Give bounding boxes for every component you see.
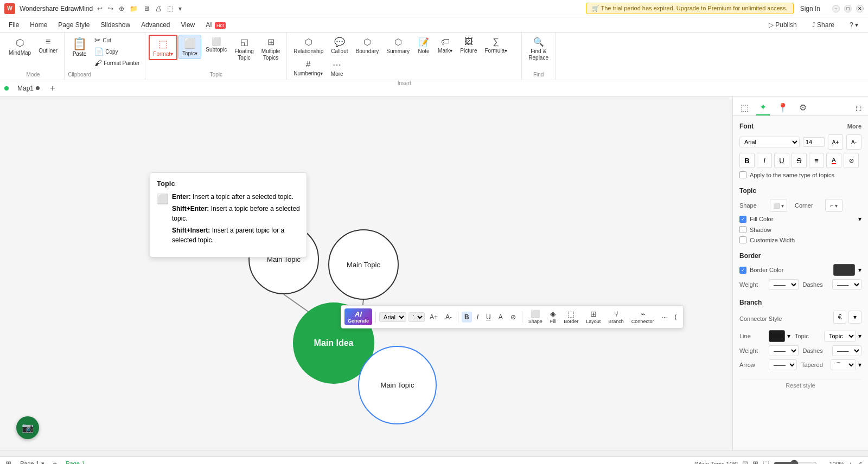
- copy-btn[interactable]: 📄 Copy: [92, 46, 142, 57]
- trial-banner[interactable]: 🛒 The trial period has expired. Upgrade …: [586, 3, 794, 14]
- layout-btn-toolbar[interactable]: ⊞ Layout: [583, 308, 603, 326]
- shape-select-btn[interactable]: ⬜ ▾: [770, 199, 787, 212]
- subtopic-btn[interactable]: ⬜ Subtopic: [202, 35, 230, 55]
- reset-style-btn[interactable]: Reset style: [739, 379, 861, 391]
- menu-slideshow[interactable]: Slideshow: [96, 20, 135, 30]
- italic-btn-toolbar[interactable]: I: [474, 312, 481, 323]
- menu-home[interactable]: Home: [25, 20, 52, 30]
- font-increase-btn[interactable]: A+: [828, 134, 843, 150]
- add-tab-btn[interactable]: +: [47, 83, 58, 94]
- close-button[interactable]: ✕: [856, 5, 864, 12]
- underline-btn-toolbar[interactable]: U: [483, 312, 494, 323]
- menu-advanced[interactable]: Advanced: [137, 20, 174, 30]
- font-more-btn[interactable]: More: [847, 123, 861, 130]
- font-color-btn-toolbar[interactable]: A: [496, 312, 506, 323]
- format-painter-btn[interactable]: 🖌 Format Painter: [92, 57, 142, 68]
- undo-icon[interactable]: ↩: [97, 5, 103, 12]
- formula-btn[interactable]: ∑ Formula▾: [481, 35, 510, 56]
- branch-topic-expand[interactable]: ▾: [858, 332, 861, 340]
- underline-btn[interactable]: U: [774, 153, 789, 168]
- relationship-btn[interactable]: ⬡ Relationship: [290, 35, 327, 56]
- find-replace-btn[interactable]: 🔍 Find &Replace: [525, 35, 552, 63]
- bold-btn[interactable]: B: [739, 153, 755, 168]
- rp-tab-location[interactable]: 📍: [774, 100, 792, 115]
- branch-btn-toolbar[interactable]: ⑂ Branch: [605, 308, 627, 326]
- font-size-input[interactable]: [803, 137, 825, 147]
- menu-file[interactable]: File: [4, 20, 23, 30]
- save-icon[interactable]: ⬚: [167, 5, 173, 12]
- redo-icon[interactable]: ↪: [108, 5, 113, 12]
- add-page-btn[interactable]: +: [53, 460, 58, 464]
- share-btn[interactable]: ⤴ Share: [807, 20, 840, 30]
- conn-style-curved[interactable]: €: [833, 311, 846, 324]
- mindmap-btn[interactable]: ⬡ MindMap: [5, 35, 34, 58]
- view-icon-1[interactable]: ⊡: [742, 460, 748, 464]
- font-highlight-rp-btn[interactable]: ⊘: [844, 153, 859, 168]
- zoom-slider[interactable]: [774, 460, 817, 465]
- open-icon[interactable]: 📁: [130, 5, 138, 12]
- rp-tab-settings[interactable]: ⚙: [796, 100, 810, 115]
- font-decrease-btn[interactable]: A-: [846, 134, 861, 150]
- increase-font-btn[interactable]: A+: [427, 312, 441, 323]
- page-tab-selector[interactable]: Page-1 ▾: [15, 459, 50, 464]
- apply-same-checkbox[interactable]: [739, 171, 746, 178]
- branch-weight-select[interactable]: ——: [769, 345, 799, 356]
- cut-btn[interactable]: ✂ Cut: [92, 35, 142, 46]
- connector-btn-toolbar[interactable]: ⌁ Connector: [629, 308, 657, 326]
- menu-ai[interactable]: AI Hot: [201, 20, 230, 30]
- shape-btn-toolbar[interactable]: ⬜ Shape: [526, 308, 545, 326]
- font-color-rp-btn[interactable]: A: [826, 153, 841, 168]
- border-btn-toolbar[interactable]: ⬚ Border: [561, 308, 581, 326]
- maximize-button[interactable]: □: [844, 5, 852, 12]
- ai-generate-btn[interactable]: AI Generate: [344, 308, 372, 325]
- more-toolbar-btn[interactable]: ···: [659, 312, 669, 323]
- branch-tapered-expand[interactable]: ▾: [858, 361, 861, 369]
- branch-dashes-select[interactable]: ——: [832, 345, 862, 356]
- italic-btn[interactable]: I: [757, 153, 772, 168]
- fill-color-expand[interactable]: ▾: [858, 215, 861, 223]
- canvas[interactable]: Main Idea Main Topic Main Topic Main Top…: [0, 96, 732, 450]
- topic-node-3[interactable]: Main Topic: [358, 346, 437, 424]
- branch-tapered-select[interactable]: ⌒: [831, 359, 856, 370]
- branch-line-color[interactable]: [769, 330, 785, 342]
- active-page-tab[interactable]: Page-1: [60, 459, 90, 465]
- branch-line-expand[interactable]: ▾: [787, 332, 790, 340]
- border-color-expand[interactable]: ▾: [858, 266, 861, 274]
- rp-tab-style[interactable]: ✦: [756, 100, 770, 115]
- multiple-topics-btn[interactable]: ⊞ MultipleTopics: [258, 35, 283, 63]
- sign-in-btn[interactable]: Sign In: [800, 5, 820, 12]
- strikethrough-btn[interactable]: S: [792, 153, 807, 168]
- collapse-toolbar-btn[interactable]: ⟨: [672, 312, 680, 323]
- branch-arrow-select[interactable]: ——: [769, 359, 797, 370]
- floating-topic-btn[interactable]: ◱ FloatingTopic: [231, 35, 257, 63]
- format-btn[interactable]: ⬚ Format▾: [149, 35, 177, 60]
- branch-topic-select[interactable]: Topic: [824, 331, 856, 341]
- print-icon[interactable]: 🖨: [155, 5, 162, 12]
- shadow-checkbox[interactable]: [739, 226, 746, 233]
- outliner-btn[interactable]: ≡ Outliner: [35, 35, 61, 56]
- tab-map1[interactable]: Map1: [12, 82, 45, 94]
- font-size-select[interactable]: 14: [409, 312, 425, 322]
- font-family-dropdown[interactable]: Arial: [739, 137, 800, 147]
- corner-select-btn[interactable]: ⌐ ▾: [825, 199, 843, 212]
- callout-btn[interactable]: 💬 Callout: [328, 35, 351, 56]
- help-btn[interactable]: ? ▾: [844, 20, 864, 30]
- bold-btn-toolbar[interactable]: B: [462, 312, 472, 323]
- numbering-btn[interactable]: # Numbering▾: [290, 57, 326, 79]
- highlight-btn-toolbar[interactable]: ⊘: [508, 312, 519, 323]
- topic-node-2[interactable]: Main Topic: [328, 229, 399, 300]
- panel-toggle-icon[interactable]: ⊞: [5, 460, 11, 464]
- view-icon-2[interactable]: ⊞: [752, 460, 758, 464]
- border-color-checkbox[interactable]: ✓: [739, 267, 746, 274]
- conn-style-expand[interactable]: ▾: [848, 311, 861, 324]
- picture-btn[interactable]: 🖼 Picture: [457, 35, 480, 56]
- more-insert-btn[interactable]: ⋯ More: [327, 57, 347, 79]
- minimize-button[interactable]: −: [832, 5, 840, 12]
- boundary-btn[interactable]: ⬡ Boundary: [352, 35, 382, 56]
- rp-tab-format[interactable]: ⬚: [737, 100, 752, 115]
- bottom-scroll[interactable]: [0, 450, 868, 456]
- more-icon[interactable]: ▾: [178, 5, 182, 12]
- menu-pagestyle[interactable]: Page Style: [54, 20, 94, 30]
- publish-btn[interactable]: ▷ Publish: [763, 20, 802, 30]
- note-btn[interactable]: 📝 Note: [414, 35, 433, 56]
